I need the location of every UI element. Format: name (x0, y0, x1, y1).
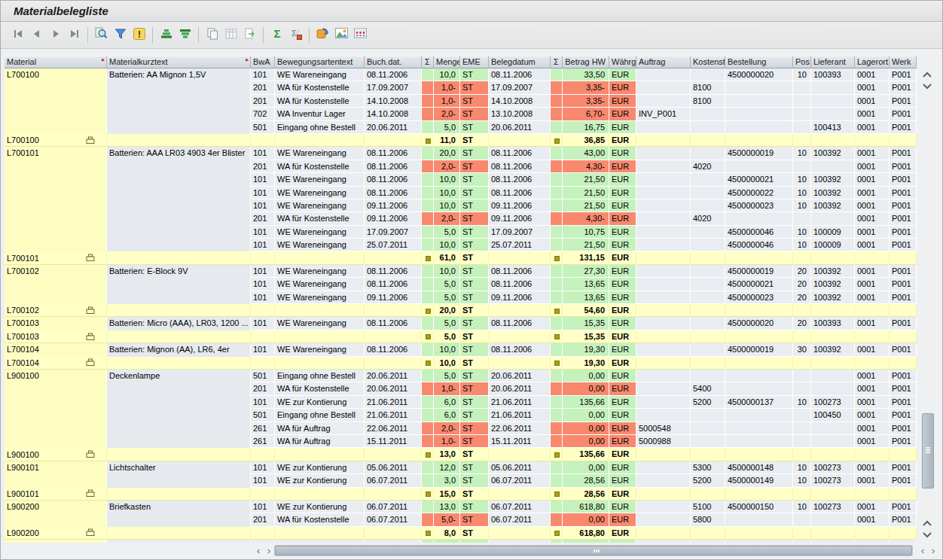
cell-material[interactable]: L900200 (5, 527, 107, 540)
column-header-auftrag[interactable]: Auftrag (636, 56, 691, 68)
cell-pos[interactable] (793, 527, 811, 540)
cell-pos[interactable]: 10 (793, 147, 811, 160)
table-row[interactable]: 201WA für Kostenstelle06.07.20115,0-ST06… (5, 513, 917, 526)
cell-kostenst[interactable] (691, 488, 725, 501)
cell-lieferant[interactable] (811, 422, 855, 435)
cell-werk[interactable]: P001 (890, 212, 917, 225)
cell-bestellung[interactable]: 4500000019 (725, 147, 793, 160)
cell-belegdatum[interactable]: 09.11.2006 (489, 199, 551, 212)
cell-menge[interactable]: 5,0 (434, 121, 460, 134)
cell-betrag[interactable]: 27,30 (563, 265, 609, 278)
cell-lagerort[interactable]: 0001 (855, 187, 890, 199)
cell-lieferant[interactable]: 100392 (811, 187, 855, 199)
cell-bwatext[interactable] (275, 448, 365, 461)
cell-sigma1[interactable] (422, 382, 434, 395)
cell-sigma2[interactable] (551, 370, 563, 382)
cell-betrag[interactable]: 21,50 (563, 239, 609, 251)
scroll-up-icon[interactable] (920, 68, 934, 80)
cell-lieferant[interactable]: 100392 (811, 278, 855, 291)
cell-menge[interactable]: 8,0 (434, 527, 460, 540)
cell-bestellung[interactable] (725, 108, 793, 120)
cell-bwa[interactable]: 261 (251, 435, 275, 448)
table-row[interactable]: 501Eingang ohne Bestell20.06.20115,0ST20… (5, 121, 917, 134)
cell-betrag[interactable]: 618,80 (563, 501, 609, 513)
cell-eme[interactable]: ST (460, 396, 489, 409)
cell-bwatext[interactable]: WA für Kostenstelle (275, 382, 365, 395)
subtotal-row[interactable]: L70010220,0ST54,60EUR (5, 304, 917, 317)
cell-kurztext[interactable] (107, 81, 251, 94)
cell-sigma2[interactable] (551, 173, 563, 186)
cell-material[interactable]: L900200 (5, 501, 107, 513)
cell-auftrag[interactable] (636, 370, 691, 382)
cell-lieferant[interactable] (811, 382, 855, 395)
cell-kurztext[interactable]: Batterien: E-Block 9V (107, 265, 251, 278)
cell-pos[interactable] (793, 330, 811, 343)
cell-kurztext[interactable] (107, 357, 251, 370)
cell-lagerort[interactable]: 0001 (855, 173, 890, 186)
scroll-right-icon[interactable]: › (928, 545, 938, 556)
cell-eme[interactable]: ST (460, 212, 489, 225)
cell-kurztext[interactable] (107, 212, 251, 225)
cell-bestellung[interactable] (725, 251, 793, 264)
cell-lagerort[interactable] (855, 448, 890, 461)
cell-kostenst[interactable]: 4020 (691, 160, 725, 173)
cell-bestellung[interactable]: 4500000150 (725, 501, 793, 513)
cell-betrag[interactable]: 4,30- (563, 212, 609, 225)
cell-material[interactable] (5, 108, 107, 120)
cell-sigma1[interactable] (422, 81, 434, 94)
cell-belegdatum[interactable]: 08.11.2006 (489, 173, 551, 186)
cell-sigma2[interactable] (551, 121, 563, 134)
cell-auftrag[interactable] (636, 147, 691, 160)
cell-bwa[interactable] (251, 330, 275, 343)
scroll-down-icon[interactable] (920, 80, 934, 91)
cell-belegdatum[interactable]: 14.10.2008 (489, 95, 551, 108)
cell-kurztext[interactable] (107, 396, 251, 409)
cell-kostenst[interactable]: 5200 (691, 474, 725, 487)
cell-menge[interactable]: 10,0 (434, 265, 460, 278)
cell-eme[interactable]: ST (460, 199, 489, 212)
cell-lagerort[interactable]: 0001 (855, 396, 890, 409)
cell-werk[interactable]: P001 (890, 291, 917, 304)
cell-bestellung[interactable] (725, 212, 793, 225)
cell-bwatext[interactable]: WE zur Kontierung (275, 396, 365, 409)
cell-belegdatum[interactable]: 08.11.2006 (489, 278, 551, 291)
cell-waehrg[interactable]: EUR (609, 330, 636, 343)
cell-werk[interactable] (890, 304, 917, 317)
cell-sigma1[interactable] (422, 304, 434, 317)
cell-bwa[interactable]: 501 (251, 121, 275, 134)
cell-bestellung[interactable]: 4500000019 (725, 343, 793, 356)
cell-werk[interactable]: P001 (890, 173, 917, 186)
cell-werk[interactable]: P001 (890, 382, 917, 395)
cell-buchdat[interactable]: 06.07.2011 (365, 540, 422, 543)
cell-waehrg[interactable]: EUR (609, 251, 636, 264)
cell-sigma1[interactable] (422, 317, 434, 330)
cell-belegdatum[interactable]: 06.07.2011 (489, 474, 551, 487)
cell-betrag[interactable]: 36,85 (563, 134, 609, 147)
cell-sigma1[interactable] (422, 461, 434, 474)
cell-auftrag[interactable] (636, 251, 691, 264)
cell-material[interactable]: L700100 (5, 68, 107, 81)
cell-kurztext[interactable]: Deckenlampe (107, 370, 251, 382)
cell-sigma1[interactable] (422, 501, 434, 513)
cell-buchdat[interactable]: 06.07.2011 (365, 501, 422, 513)
subtotal-row[interactable]: L70010161,0ST131,15EUR (5, 251, 917, 264)
cell-bwa[interactable]: 101 (251, 226, 275, 239)
cell-belegdatum[interactable]: 09.11.2006 (489, 212, 551, 225)
cell-auftrag[interactable] (636, 409, 691, 422)
cell-kurztext[interactable] (107, 527, 251, 540)
cell-sigma2[interactable] (551, 330, 563, 343)
cell-menge[interactable]: 15,0 (434, 488, 460, 501)
cell-buchdat[interactable]: 21.06.2011 (365, 409, 422, 422)
table-row[interactable]: L900300Leuchtstofflampe101WE Wareneingan… (5, 540, 917, 543)
cell-bwa[interactable] (251, 251, 275, 264)
cell-material[interactable] (5, 187, 107, 199)
cell-kurztext[interactable]: Batterien: Micro (AAA), LR03, 1200 ... (107, 317, 251, 330)
cell-bestellung[interactable]: 4500000023 (725, 199, 793, 212)
collapse-hierarchy-icon[interactable] (86, 489, 95, 498)
cell-eme[interactable]: ST (460, 278, 489, 291)
cell-eme[interactable]: ST (460, 317, 489, 330)
cell-eme[interactable]: ST (460, 330, 489, 343)
cell-lagerort[interactable] (855, 357, 890, 370)
cell-werk[interactable] (890, 330, 917, 343)
cell-buchdat[interactable] (365, 357, 422, 370)
